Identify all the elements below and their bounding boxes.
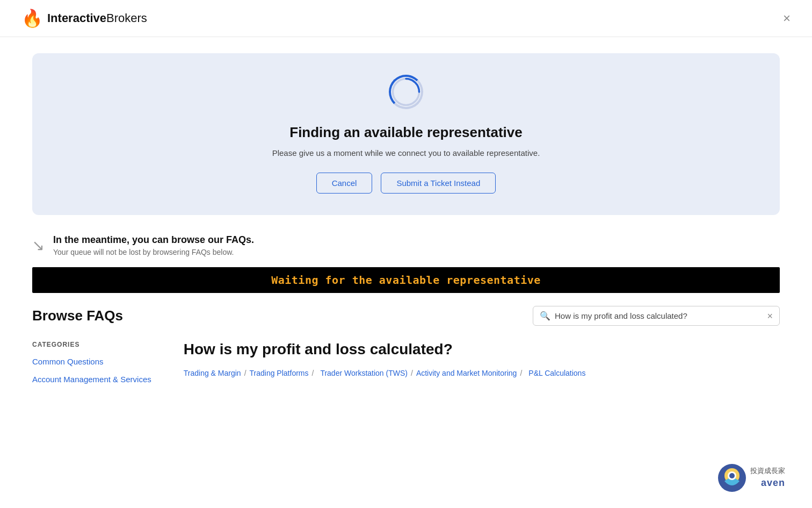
faq-body: CATEGORIES Common Questions Account Mana… [32, 341, 780, 392]
breadcrumb-sep-2: / [411, 369, 413, 377]
faq-intro: ↙ In the meantime, you can browse our FA… [32, 234, 780, 256]
waiting-subtitle: Please give us a moment while we connect… [272, 148, 540, 158]
breadcrumb-link-2[interactable]: Trader Workstation (TWS) [320, 369, 408, 377]
spinner-container [389, 75, 423, 111]
breadcrumb-link-4[interactable]: P&L Calculations [528, 369, 585, 377]
search-input[interactable] [555, 311, 763, 320]
cancel-button[interactable]: Cancel [316, 173, 373, 194]
breadcrumb-link-1[interactable]: Trading Platforms [250, 369, 309, 377]
logo: 🔥 InteractiveBrokers [21, 10, 147, 27]
arrow-down-icon: ↙ [32, 237, 45, 254]
watermark-logo-icon [718, 464, 746, 492]
logo-text: InteractiveBrokers [47, 11, 147, 25]
breadcrumb-link-0[interactable]: Trading & Margin [184, 369, 241, 377]
browse-faqs-title: Browse FAQs [32, 307, 123, 324]
faq-sidebar: CATEGORIES Common Questions Account Mana… [32, 341, 151, 392]
button-row: Cancel Submit a Ticket Instead [316, 173, 496, 194]
search-icon: 🔍 [540, 311, 550, 321]
watermark-english: aven [750, 476, 785, 490]
main-content: Finding an available representative Plea… [0, 37, 812, 414]
waiting-banner: Waiting for the available representative [32, 267, 780, 293]
logo-flame-icon: 🔥 [21, 10, 43, 27]
search-box: 🔍 × [533, 306, 780, 326]
faq-intro-text: In the meantime, you can browse our FAQs… [53, 234, 254, 256]
waiting-card: Finding an available representative Plea… [32, 53, 780, 215]
watermark-text: 投資成長家 aven [750, 466, 785, 491]
breadcrumb-sep-0: / [244, 369, 247, 377]
browse-faqs-header: Browse FAQs 🔍 × [32, 306, 780, 326]
sidebar-item-common-questions[interactable]: Common Questions [32, 357, 151, 366]
faq-content: How is my profit and loss calculated? Tr… [184, 341, 780, 392]
faq-question-title: How is my profit and loss calculated? [184, 341, 780, 358]
watermark-chinese: 投資成長家 [750, 466, 785, 476]
faq-intro-subtitle: Your queue will not be lost by browserin… [53, 248, 254, 256]
breadcrumb-link-3[interactable]: Activity and Market Monitoring [416, 369, 517, 377]
close-button[interactable]: × [783, 12, 791, 25]
faq-intro-title: In the meantime, you can browse our FAQs… [53, 234, 254, 246]
waiting-title: Finding an available representative [289, 124, 522, 141]
watermark: 投資成長家 aven [718, 464, 785, 492]
svg-point-4 [729, 473, 735, 478]
search-clear-icon[interactable]: × [767, 311, 773, 321]
breadcrumb: Trading & Margin / Trading Platforms / T… [184, 369, 780, 377]
loading-spinner [389, 75, 423, 109]
sidebar-item-account-management[interactable]: Account Management & Services [32, 375, 151, 384]
breadcrumb-sep-3: / [520, 369, 522, 377]
app-header: 🔥 InteractiveBrokers × [0, 0, 812, 37]
categories-label: CATEGORIES [32, 341, 151, 348]
submit-ticket-button[interactable]: Submit a Ticket Instead [381, 173, 496, 194]
breadcrumb-sep-1: / [312, 369, 314, 377]
